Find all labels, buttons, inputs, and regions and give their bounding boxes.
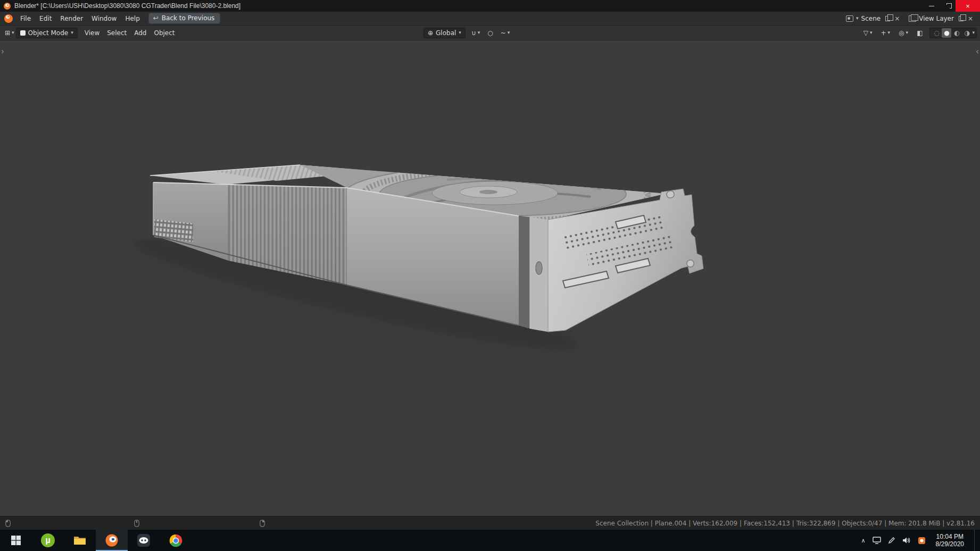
taskbar-clock[interactable]: 10:04 PM 8/29/2020 bbox=[936, 533, 964, 548]
tray-pen-icon[interactable] bbox=[888, 537, 895, 544]
remove-view-layer-button[interactable]: × bbox=[966, 15, 975, 22]
blender-taskbar-icon bbox=[105, 533, 119, 547]
scene-browse-caret[interactable]: ▾ bbox=[856, 16, 859, 21]
menu-object[interactable]: Object bbox=[150, 28, 178, 38]
new-view-layer-icon[interactable] bbox=[959, 16, 964, 21]
visibility-caret: ▾ bbox=[870, 30, 873, 35]
new-scene-icon[interactable] bbox=[885, 16, 890, 21]
menu-help[interactable]: Help bbox=[121, 13, 144, 24]
maximize-button[interactable] bbox=[940, 0, 956, 12]
scene-icon[interactable] bbox=[846, 15, 853, 22]
mouse-left-icon bbox=[5, 520, 11, 527]
view-layer-name-field[interactable]: View Layer bbox=[919, 15, 954, 22]
overlays-icon: ◎ bbox=[899, 29, 904, 37]
windows-taskbar: µ bbox=[0, 530, 980, 551]
start-button[interactable] bbox=[0, 530, 32, 551]
tray-display-icon[interactable] bbox=[873, 537, 881, 544]
shading-dropdown-caret[interactable]: ▾ bbox=[972, 30, 975, 35]
gpu-model[interactable] bbox=[0, 40, 980, 516]
menu-window[interactable]: Window bbox=[87, 13, 121, 24]
transform-orientation-dropdown[interactable]: ⊕ Global ▾ bbox=[423, 28, 466, 38]
scene-name-field[interactable]: Scene bbox=[861, 15, 881, 22]
proportional-circle-icon: ○ bbox=[487, 29, 493, 37]
viewport-menus: View Select Add Object bbox=[81, 28, 179, 38]
tray-volume-icon[interactable] bbox=[902, 537, 911, 544]
visibility-funnel-icon: ▽ bbox=[863, 29, 868, 37]
proportional-editing-toggle[interactable]: ○ bbox=[486, 28, 494, 38]
shading-material-button[interactable]: ◐ bbox=[952, 28, 961, 38]
xray-toggle[interactable]: ◧ bbox=[915, 28, 924, 38]
gizmo-icon: + bbox=[881, 29, 886, 37]
blender-statusbar: Scene Collection | Plane.004 | Verts:162… bbox=[0, 516, 980, 530]
blender-app-icon bbox=[4, 3, 11, 10]
menu-file[interactable]: File bbox=[16, 13, 35, 24]
orientation-caret: ▾ bbox=[459, 30, 461, 35]
viewport-right-tools: ▽ ▾ + ▾ ◎ ▾ ◧ ◌ ● ◐ ◑ ▾ bbox=[862, 28, 977, 38]
gizmos-button[interactable]: + ▾ bbox=[879, 28, 892, 38]
sidebar-toggle-arrow[interactable]: ‹ bbox=[976, 48, 979, 56]
object-visibility-button[interactable]: ▽ ▾ bbox=[862, 28, 874, 38]
magnet-icon: ∪ bbox=[471, 29, 476, 37]
chrome-icon bbox=[169, 533, 183, 548]
close-button[interactable]: × bbox=[956, 0, 980, 12]
mode-selector[interactable]: Object Mode ▾ bbox=[16, 28, 78, 38]
scene-statistics: Scene Collection | Plane.004 | Verts:162… bbox=[595, 520, 975, 527]
orientation-globe-icon: ⊕ bbox=[428, 29, 433, 37]
clock-date: 8/29/2020 bbox=[936, 540, 964, 548]
snap-caret: ▾ bbox=[478, 30, 480, 35]
utorrent-icon: µ bbox=[41, 533, 55, 547]
viewport-center-tools: ⊕ Global ▾ ∪ ▾ ○ ~ ▾ bbox=[423, 28, 511, 38]
3d-viewport[interactable]: › ‹ bbox=[0, 40, 980, 516]
menu-edit[interactable]: Edit bbox=[35, 13, 56, 24]
back-to-previous-button[interactable]: ↩ Back to Previous bbox=[148, 13, 221, 24]
mode-label: Object Mode bbox=[28, 29, 69, 37]
overlays-caret: ▾ bbox=[906, 30, 909, 35]
discord-icon bbox=[137, 533, 151, 547]
object-mode-icon bbox=[20, 30, 26, 36]
blender-menu-icon[interactable] bbox=[4, 14, 13, 23]
restore-icon bbox=[945, 5, 950, 9]
taskbar-explorer-button[interactable] bbox=[64, 530, 96, 551]
tray-chevron-up-icon[interactable]: ∧ bbox=[861, 537, 866, 544]
back-icon: ↩ bbox=[153, 15, 159, 21]
topbar-right: ▾ Scene × View Layer × bbox=[844, 14, 977, 23]
blender-window: Blender* [C:\Users\USH\Desktop\3080\3080… bbox=[0, 0, 980, 551]
taskbar-blender-button[interactable] bbox=[96, 530, 128, 551]
back-to-previous-label: Back to Previous bbox=[162, 14, 215, 22]
shading-rendered-button[interactable]: ◑ bbox=[962, 28, 971, 38]
editor-type-button[interactable]: ⊞ ▾ bbox=[3, 28, 16, 38]
proportional-falloff-dropdown[interactable]: ~ ▾ bbox=[499, 28, 512, 38]
taskbar-discord-button[interactable] bbox=[128, 530, 160, 551]
blender-topbar: File Edit Render Window Help ↩ Back to P… bbox=[0, 12, 980, 26]
shading-solid-button[interactable]: ● bbox=[942, 28, 951, 38]
toolbar-toggle-arrow[interactable]: › bbox=[1, 48, 4, 56]
snap-toggle-button[interactable]: ∪ ▾ bbox=[470, 28, 481, 38]
menu-select[interactable]: Select bbox=[103, 28, 130, 38]
overlays-button[interactable]: ◎ ▾ bbox=[897, 28, 910, 38]
shading-mode-group: ◌ ● ◐ ◑ ▾ bbox=[929, 28, 977, 38]
window-controls: × bbox=[924, 0, 980, 12]
titlebar: Blender* [C:\Users\USH\Desktop\3080\3080… bbox=[0, 0, 980, 12]
shading-wireframe-button[interactable]: ◌ bbox=[932, 28, 941, 38]
show-desktop-button[interactable] bbox=[974, 530, 978, 551]
falloff-caret: ▾ bbox=[508, 30, 510, 35]
view-layer-selector: View Layer × bbox=[907, 14, 977, 23]
minimize-icon bbox=[929, 6, 934, 6]
mouse-right-icon bbox=[260, 520, 265, 527]
system-tray: ∧ 10:04 PM 8/29/2020 bbox=[861, 530, 980, 551]
tray-app-icon[interactable] bbox=[918, 537, 926, 545]
taskbar-chrome-button[interactable] bbox=[160, 530, 192, 551]
falloff-wave-icon: ~ bbox=[501, 29, 506, 37]
mode-caret: ▾ bbox=[71, 30, 73, 35]
menu-add[interactable]: Add bbox=[130, 28, 150, 38]
menu-view[interactable]: View bbox=[81, 28, 103, 38]
gizmos-caret: ▾ bbox=[888, 30, 891, 35]
minimize-button[interactable] bbox=[924, 0, 940, 12]
orientation-label: Global bbox=[436, 29, 456, 37]
xray-icon: ◧ bbox=[917, 29, 923, 37]
menu-render[interactable]: Render bbox=[56, 13, 87, 24]
taskbar-utorrent-button[interactable]: µ bbox=[32, 530, 64, 551]
editor-type-icon: ⊞ bbox=[5, 29, 10, 37]
unlink-scene-button[interactable]: × bbox=[893, 15, 901, 22]
view-layer-icon[interactable] bbox=[909, 15, 916, 22]
